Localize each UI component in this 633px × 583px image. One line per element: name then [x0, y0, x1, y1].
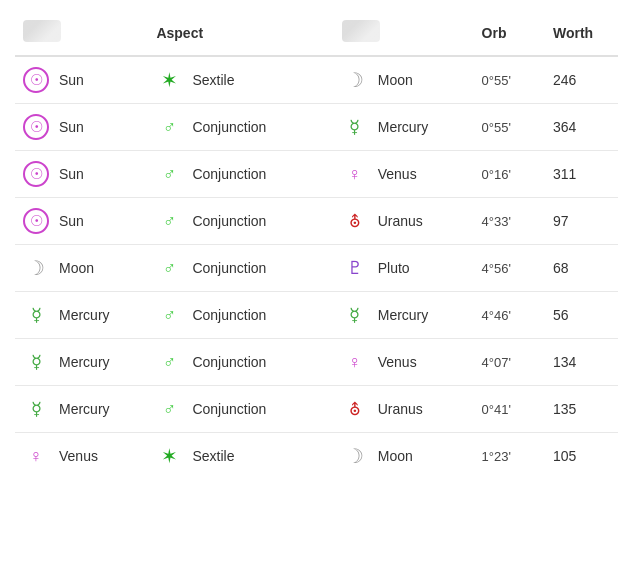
- planet2-name: Pluto: [378, 260, 410, 276]
- planet2-icon: ☿: [342, 302, 368, 328]
- planet2-name-cell: Mercury: [370, 104, 474, 151]
- planet1-name-cell: Sun: [51, 56, 148, 104]
- planet1-name-cell: Sun: [51, 104, 148, 151]
- worth-value: 134: [553, 354, 576, 370]
- planet1-name-cell: Mercury: [51, 386, 148, 433]
- planet1-icon: ☿: [23, 302, 49, 328]
- planet1-name: Mercury: [59, 354, 110, 370]
- planet2-icon: ♇: [342, 255, 368, 281]
- planet1-icon: ♀: [23, 443, 49, 469]
- header-orb: Orb: [474, 10, 545, 56]
- planet1-name-cell: Sun: [51, 198, 148, 245]
- worth-value: 105: [553, 448, 576, 464]
- planet2-icon: ☽: [342, 443, 368, 469]
- planet1-icon: ☿: [23, 349, 49, 375]
- planet2-icon-cell: ♀: [334, 151, 370, 198]
- worth-cell: 364: [545, 104, 618, 151]
- planet2-icon: ☿: [342, 114, 368, 140]
- planet2-icon-cell: ⛢: [334, 198, 370, 245]
- planet1-icon-cell: ☿: [15, 386, 51, 433]
- planet2-icon: ♀: [342, 349, 368, 375]
- planet2-name: Mercury: [378, 307, 429, 323]
- planet1-name-cell: Mercury: [51, 339, 148, 386]
- planet2-name: Venus: [378, 354, 417, 370]
- planet1-icon-cell: ☿: [15, 292, 51, 339]
- planet1-icon: ☉: [23, 114, 49, 140]
- table-row: ☉ Sun ♂ Conjunction ☿ Mercury 0°55' 364: [15, 104, 618, 151]
- planet2-icon: ⛢: [342, 208, 368, 234]
- orb-cell: 0°55': [474, 104, 545, 151]
- worth-cell: 68: [545, 245, 618, 292]
- planet1-name-cell: Sun: [51, 151, 148, 198]
- header-planet1: [15, 10, 148, 56]
- planet1-name: Venus: [59, 448, 98, 464]
- planet1-icon-cell: ☿: [15, 339, 51, 386]
- orb-value: 1°23': [482, 449, 511, 464]
- orb-value: 4°46': [482, 308, 511, 323]
- aspect-header-label: Aspect: [156, 25, 203, 41]
- worth-value: 246: [553, 72, 576, 88]
- worth-cell: 134: [545, 339, 618, 386]
- aspect-icon: ♂: [156, 302, 182, 328]
- worth-value: 68: [553, 260, 569, 276]
- planet2-icon-cell: ♇: [334, 245, 370, 292]
- planet1-icon: ☉: [23, 161, 49, 187]
- planet2-name-cell: Mercury: [370, 292, 474, 339]
- planet2-icon: ♀: [342, 161, 368, 187]
- planet2-name-cell: Moon: [370, 56, 474, 104]
- planet1-name: Sun: [59, 166, 84, 182]
- worth-value: 364: [553, 119, 576, 135]
- aspect-icon-cell: ♂: [148, 386, 184, 433]
- planet2-icon-cell: ☽: [334, 56, 370, 104]
- aspect-icon: ♂: [156, 161, 182, 187]
- planet1-icon: ☉: [23, 208, 49, 234]
- worth-value: 311: [553, 166, 576, 182]
- aspect-icon-cell: ♂: [148, 339, 184, 386]
- table-row: ☉ Sun ♂ Conjunction ♀ Venus 0°16' 311: [15, 151, 618, 198]
- planet2-icon-cell: ☽: [334, 433, 370, 480]
- table-row: ☽ Moon ♂ Conjunction ♇ Pluto 4°56' 68: [15, 245, 618, 292]
- planet2-name: Mercury: [378, 119, 429, 135]
- orb-cell: 0°55': [474, 56, 545, 104]
- planet1-header-image: [23, 20, 61, 42]
- planet1-icon-cell: ☉: [15, 198, 51, 245]
- planet2-name-cell: Venus: [370, 339, 474, 386]
- worth-cell: 97: [545, 198, 618, 245]
- planet2-name: Moon: [378, 72, 413, 88]
- planet1-icon-cell: ☽: [15, 245, 51, 292]
- aspect-icon-cell: ✶: [148, 433, 184, 480]
- aspect-icon-cell: ♂: [148, 104, 184, 151]
- orb-value: 0°41': [482, 402, 511, 417]
- aspect-icon-cell: ✶: [148, 56, 184, 104]
- aspect-name: Sextile: [192, 72, 234, 88]
- planet1-name: Sun: [59, 72, 84, 88]
- planet2-name-cell: Venus: [370, 151, 474, 198]
- aspect-name-cell: Sextile: [184, 433, 333, 480]
- header-aspect: Aspect: [148, 10, 333, 56]
- planet2-icon-cell: ☿: [334, 292, 370, 339]
- planet2-name: Uranus: [378, 401, 423, 417]
- planet2-icon: ⛢: [342, 396, 368, 422]
- table-row: ☿ Mercury ♂ Conjunction ⛢ Uranus 0°41' 1…: [15, 386, 618, 433]
- aspect-icon: ♂: [156, 255, 182, 281]
- planet1-name: Sun: [59, 119, 84, 135]
- planet1-icon-cell: ☉: [15, 56, 51, 104]
- orb-cell: 4°33': [474, 198, 545, 245]
- aspect-name: Conjunction: [192, 401, 266, 417]
- worth-value: 135: [553, 401, 576, 417]
- orb-cell: 4°56': [474, 245, 545, 292]
- aspect-icon: ✶: [156, 67, 182, 93]
- aspect-name-cell: Conjunction: [184, 339, 333, 386]
- aspect-name-cell: Conjunction: [184, 198, 333, 245]
- aspect-name: Sextile: [192, 448, 234, 464]
- planet1-name: Moon: [59, 260, 94, 276]
- aspect-icon: ♂: [156, 349, 182, 375]
- planet2-name-cell: Uranus: [370, 198, 474, 245]
- table-row: ☉ Sun ♂ Conjunction ⛢ Uranus 4°33' 97: [15, 198, 618, 245]
- aspect-name: Conjunction: [192, 307, 266, 323]
- worth-cell: 56: [545, 292, 618, 339]
- orb-cell: 4°46': [474, 292, 545, 339]
- orb-cell: 0°16': [474, 151, 545, 198]
- main-container: Aspect Orb Worth ☉ Sun ✶: [0, 0, 633, 489]
- worth-value: 56: [553, 307, 569, 323]
